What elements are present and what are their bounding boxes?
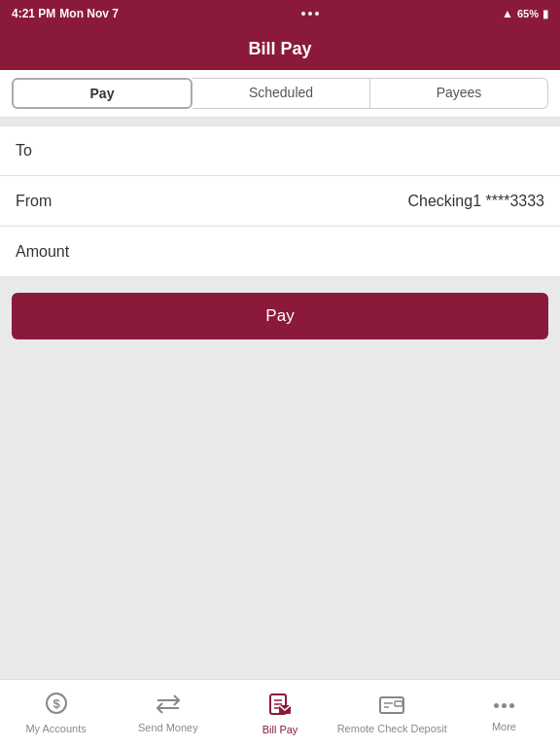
nav-send-money-label: Send Money <box>138 722 198 733</box>
from-value: Checking1 ****3333 <box>407 193 544 210</box>
page-title: Bill Pay <box>248 39 311 59</box>
tab-bar: Pay Scheduled Payees <box>0 70 560 118</box>
battery-percent: 65% <box>517 8 539 19</box>
nav-check-deposit-label: Remote Check Deposit <box>337 723 447 734</box>
nav-my-accounts[interactable]: $ My Accounts <box>0 687 112 740</box>
status-time-date: 4:21 PM Mon Nov 7 <box>12 7 119 20</box>
bottom-navigation: $ My Accounts Send Money <box>0 679 560 747</box>
svg-text:$: $ <box>52 696 60 711</box>
date: Mon Nov 7 <box>59 7 119 20</box>
nav-my-accounts-label: My Accounts <box>25 723 86 734</box>
billpay-icon <box>267 693 293 720</box>
transfer-icon <box>157 694 180 718</box>
center-dots-icon <box>301 12 319 16</box>
tab-scheduled[interactable]: Scheduled <box>192 78 370 109</box>
nav-more-label: More <box>492 721 516 732</box>
pay-button-container: Pay <box>0 277 560 355</box>
amount-row[interactable]: Amount <box>0 227 560 277</box>
status-indicators: ▲ 65% ▮ <box>502 7 548 20</box>
svg-rect-10 <box>395 701 402 706</box>
nav-bill-pay-label: Bill Pay <box>262 724 298 735</box>
header: Bill Pay <box>0 27 560 70</box>
form-area: To From Checking1 ****3333 Amount <box>0 125 560 277</box>
nav-send-money[interactable]: Send Money <box>112 689 224 739</box>
more-icon <box>494 695 514 717</box>
nav-more[interactable]: More <box>448 690 560 738</box>
to-label: To <box>16 142 32 160</box>
dollar-icon: $ <box>46 693 67 719</box>
tab-pay[interactable]: Pay <box>12 78 192 109</box>
status-bar: 4:21 PM Mon Nov 7 ▲ 65% ▮ <box>0 0 560 27</box>
battery-icon: ▮ <box>542 8 548 20</box>
wifi-icon: ▲ <box>502 7 513 20</box>
pay-button[interactable]: Pay <box>12 293 548 339</box>
tab-payees[interactable]: Payees <box>370 78 548 109</box>
from-label: From <box>16 193 52 210</box>
to-row[interactable]: To <box>0 125 560 176</box>
nav-bill-pay[interactable]: Bill Pay <box>224 687 335 741</box>
nav-check-deposit[interactable]: Remote Check Deposit <box>336 688 448 740</box>
from-row[interactable]: From Checking1 ****3333 <box>0 176 560 227</box>
status-center-dots <box>301 12 319 16</box>
amount-label: Amount <box>16 243 69 261</box>
time: 4:21 PM <box>12 7 55 20</box>
check-icon <box>379 694 404 719</box>
